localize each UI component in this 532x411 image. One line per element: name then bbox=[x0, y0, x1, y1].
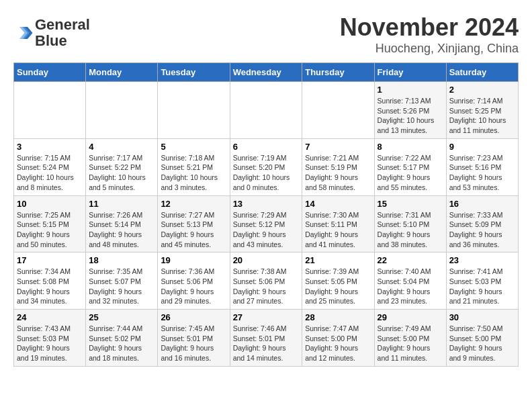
calendar-cell: 13Sunrise: 7:29 AM Sunset: 5:12 PM Dayli… bbox=[230, 195, 302, 253]
month-title: November 2024 bbox=[340, 13, 519, 42]
day-number: 5 bbox=[161, 142, 226, 152]
calendar-day-header: Wednesday bbox=[230, 63, 302, 82]
calendar-day-header: Thursday bbox=[302, 63, 374, 82]
calendar-cell: 1Sunrise: 7:13 AM Sunset: 5:26 PM Daylig… bbox=[374, 82, 446, 139]
day-number: 7 bbox=[305, 142, 371, 152]
calendar-cell: 22Sunrise: 7:40 AM Sunset: 5:04 PM Dayli… bbox=[374, 253, 446, 310]
day-number: 3 bbox=[17, 142, 83, 152]
day-number: 24 bbox=[17, 312, 83, 322]
calendar-cell bbox=[158, 82, 230, 139]
calendar-day-header: Saturday bbox=[446, 63, 518, 82]
calendar-cell: 14Sunrise: 7:30 AM Sunset: 5:11 PM Dayli… bbox=[302, 195, 374, 253]
day-info: Sunrise: 7:50 AM Sunset: 5:00 PM Dayligh… bbox=[449, 324, 515, 363]
calendar-day-header: Friday bbox=[374, 63, 446, 82]
day-info: Sunrise: 7:31 AM Sunset: 5:10 PM Dayligh… bbox=[378, 210, 443, 250]
calendar-day-header: Sunday bbox=[14, 63, 86, 82]
calendar-cell: 10Sunrise: 7:25 AM Sunset: 5:15 PM Dayli… bbox=[14, 195, 86, 253]
day-number: 25 bbox=[89, 312, 154, 322]
day-info: Sunrise: 7:22 AM Sunset: 5:17 PM Dayligh… bbox=[378, 153, 443, 193]
calendar-cell bbox=[302, 82, 374, 139]
day-number: 10 bbox=[17, 199, 83, 209]
day-number: 28 bbox=[305, 312, 371, 322]
calendar-cell: 11Sunrise: 7:26 AM Sunset: 5:14 PM Dayli… bbox=[86, 195, 158, 253]
calendar-day-header: Tuesday bbox=[158, 63, 230, 82]
day-info: Sunrise: 7:26 AM Sunset: 5:14 PM Dayligh… bbox=[89, 210, 154, 250]
calendar-cell: 12Sunrise: 7:27 AM Sunset: 5:13 PM Dayli… bbox=[158, 195, 230, 253]
calendar-cell: 3Sunrise: 7:15 AM Sunset: 5:24 PM Daylig… bbox=[14, 138, 86, 195]
calendar-cell: 19Sunrise: 7:36 AM Sunset: 5:06 PM Dayli… bbox=[158, 253, 230, 310]
day-info: Sunrise: 7:49 AM Sunset: 5:00 PM Dayligh… bbox=[378, 324, 443, 363]
day-info: Sunrise: 7:41 AM Sunset: 5:03 PM Dayligh… bbox=[449, 267, 515, 306]
calendar-cell: 6Sunrise: 7:19 AM Sunset: 5:20 PM Daylig… bbox=[230, 138, 302, 195]
day-number: 17 bbox=[17, 255, 83, 265]
calendar-cell bbox=[86, 82, 158, 139]
calendar-cell: 30Sunrise: 7:50 AM Sunset: 5:00 PM Dayli… bbox=[446, 310, 518, 367]
calendar-table: SundayMondayTuesdayWednesdayThursdayFrid… bbox=[13, 62, 519, 367]
calendar-day-header: Monday bbox=[86, 63, 158, 82]
calendar-cell: 9Sunrise: 7:23 AM Sunset: 5:16 PM Daylig… bbox=[446, 138, 518, 195]
day-number: 8 bbox=[378, 142, 443, 152]
day-number: 19 bbox=[161, 255, 226, 265]
calendar-cell: 15Sunrise: 7:31 AM Sunset: 5:10 PM Dayli… bbox=[374, 195, 446, 253]
day-info: Sunrise: 7:36 AM Sunset: 5:06 PM Dayligh… bbox=[161, 267, 226, 306]
day-info: Sunrise: 7:40 AM Sunset: 5:04 PM Dayligh… bbox=[378, 267, 443, 306]
day-number: 16 bbox=[449, 199, 515, 209]
calendar-cell: 16Sunrise: 7:33 AM Sunset: 5:09 PM Dayli… bbox=[446, 195, 518, 253]
calendar-cell: 7Sunrise: 7:21 AM Sunset: 5:19 PM Daylig… bbox=[302, 138, 374, 195]
calendar-cell: 28Sunrise: 7:47 AM Sunset: 5:00 PM Dayli… bbox=[302, 310, 374, 367]
calendar-cell: 4Sunrise: 7:17 AM Sunset: 5:22 PM Daylig… bbox=[86, 138, 158, 195]
logo-icon bbox=[13, 23, 34, 43]
day-number: 22 bbox=[378, 255, 443, 265]
day-number: 4 bbox=[89, 142, 154, 152]
day-number: 27 bbox=[233, 312, 300, 322]
day-info: Sunrise: 7:39 AM Sunset: 5:05 PM Dayligh… bbox=[305, 267, 371, 306]
day-number: 18 bbox=[89, 255, 154, 265]
day-info: Sunrise: 7:23 AM Sunset: 5:16 PM Dayligh… bbox=[449, 153, 515, 193]
calendar-cell: 17Sunrise: 7:34 AM Sunset: 5:08 PM Dayli… bbox=[14, 253, 86, 310]
calendar-cell: 21Sunrise: 7:39 AM Sunset: 5:05 PM Dayli… bbox=[302, 253, 374, 310]
day-number: 1 bbox=[378, 85, 443, 95]
calendar-cell: 27Sunrise: 7:46 AM Sunset: 5:01 PM Dayli… bbox=[230, 310, 302, 367]
calendar-week-row: 17Sunrise: 7:34 AM Sunset: 5:08 PM Dayli… bbox=[14, 253, 519, 310]
day-number: 15 bbox=[378, 199, 443, 209]
day-number: 9 bbox=[449, 142, 515, 152]
day-info: Sunrise: 7:25 AM Sunset: 5:15 PM Dayligh… bbox=[17, 210, 83, 250]
day-number: 30 bbox=[449, 312, 515, 322]
day-number: 12 bbox=[161, 199, 226, 209]
calendar-cell: 26Sunrise: 7:45 AM Sunset: 5:01 PM Dayli… bbox=[158, 310, 230, 367]
day-info: Sunrise: 7:44 AM Sunset: 5:02 PM Dayligh… bbox=[89, 324, 154, 363]
logo-text: General Blue bbox=[35, 17, 90, 49]
day-number: 2 bbox=[449, 85, 515, 95]
day-info: Sunrise: 7:13 AM Sunset: 5:26 PM Dayligh… bbox=[378, 96, 443, 136]
calendar-cell bbox=[230, 82, 302, 139]
day-info: Sunrise: 7:35 AM Sunset: 5:07 PM Dayligh… bbox=[89, 267, 154, 306]
day-number: 26 bbox=[161, 312, 226, 322]
calendar-cell: 8Sunrise: 7:22 AM Sunset: 5:17 PM Daylig… bbox=[374, 138, 446, 195]
day-info: Sunrise: 7:21 AM Sunset: 5:19 PM Dayligh… bbox=[305, 153, 371, 193]
day-info: Sunrise: 7:27 AM Sunset: 5:13 PM Dayligh… bbox=[161, 210, 226, 250]
title-area: November 2024 Huocheng, Xinjiang, China bbox=[340, 13, 519, 56]
day-info: Sunrise: 7:38 AM Sunset: 5:06 PM Dayligh… bbox=[233, 267, 300, 306]
day-info: Sunrise: 7:29 AM Sunset: 5:12 PM Dayligh… bbox=[233, 210, 300, 250]
calendar-week-row: 24Sunrise: 7:43 AM Sunset: 5:03 PM Dayli… bbox=[14, 310, 519, 367]
day-info: Sunrise: 7:34 AM Sunset: 5:08 PM Dayligh… bbox=[17, 267, 83, 306]
location-title: Huocheng, Xinjiang, China bbox=[340, 42, 519, 56]
day-info: Sunrise: 7:46 AM Sunset: 5:01 PM Dayligh… bbox=[233, 324, 300, 363]
day-info: Sunrise: 7:43 AM Sunset: 5:03 PM Dayligh… bbox=[17, 324, 83, 363]
calendar-cell: 5Sunrise: 7:18 AM Sunset: 5:21 PM Daylig… bbox=[158, 138, 230, 195]
calendar-week-row: 10Sunrise: 7:25 AM Sunset: 5:15 PM Dayli… bbox=[14, 195, 519, 253]
logo: General Blue bbox=[13, 17, 90, 49]
day-info: Sunrise: 7:45 AM Sunset: 5:01 PM Dayligh… bbox=[161, 324, 226, 363]
day-number: 6 bbox=[233, 142, 300, 152]
calendar-cell: 2Sunrise: 7:14 AM Sunset: 5:25 PM Daylig… bbox=[446, 82, 518, 139]
calendar-week-row: 3Sunrise: 7:15 AM Sunset: 5:24 PM Daylig… bbox=[14, 138, 519, 195]
day-number: 21 bbox=[305, 255, 371, 265]
day-info: Sunrise: 7:14 AM Sunset: 5:25 PM Dayligh… bbox=[449, 96, 515, 136]
calendar-cell: 20Sunrise: 7:38 AM Sunset: 5:06 PM Dayli… bbox=[230, 253, 302, 310]
calendar-header-row: SundayMondayTuesdayWednesdayThursdayFrid… bbox=[14, 63, 519, 82]
day-info: Sunrise: 7:47 AM Sunset: 5:00 PM Dayligh… bbox=[305, 324, 371, 363]
calendar-cell: 18Sunrise: 7:35 AM Sunset: 5:07 PM Dayli… bbox=[86, 253, 158, 310]
page-header: General Blue November 2024 Huocheng, Xin… bbox=[13, 13, 519, 56]
day-info: Sunrise: 7:18 AM Sunset: 5:21 PM Dayligh… bbox=[161, 153, 226, 193]
day-number: 13 bbox=[233, 199, 300, 209]
